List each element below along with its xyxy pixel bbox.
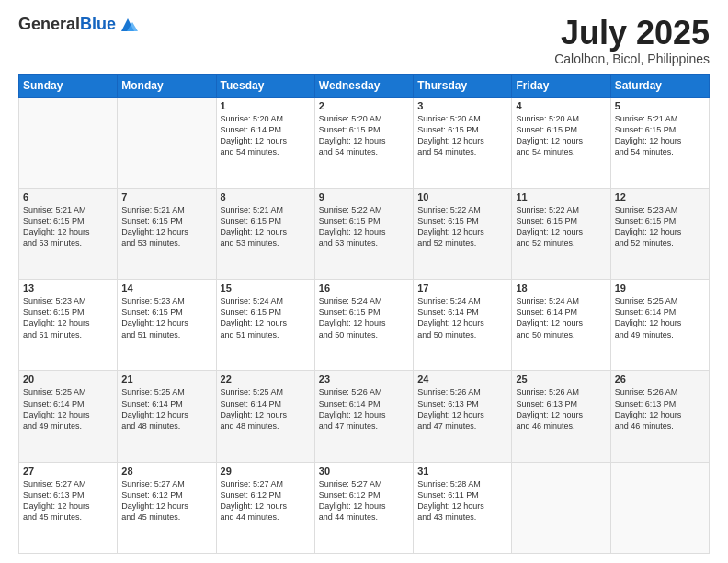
calendar-day-cell: 2Sunrise: 5:20 AMSunset: 6:15 PMDaylight…	[314, 97, 413, 188]
title-block: July 2025 Calolbon, Bicol, Philippines	[554, 15, 710, 66]
calendar-header-row: SundayMondayTuesdayWednesdayThursdayFrid…	[19, 74, 710, 97]
logo-general: General	[18, 15, 80, 33]
calendar-day-cell: 28Sunrise: 5:27 AMSunset: 6:12 PMDayligh…	[118, 462, 216, 553]
calendar-day-cell: 7Sunrise: 5:21 AMSunset: 6:15 PMDaylight…	[118, 188, 216, 279]
calendar-day-cell: 19Sunrise: 5:25 AMSunset: 6:14 PMDayligh…	[610, 280, 709, 371]
day-info: Sunrise: 5:25 AMSunset: 6:14 PMDaylight:…	[121, 386, 211, 431]
day-number: 21	[121, 373, 211, 385]
day-number: 5	[615, 100, 705, 111]
day-number: 13	[23, 282, 113, 293]
day-number: 10	[417, 191, 507, 202]
day-number: 17	[417, 282, 507, 293]
day-number: 22	[221, 373, 311, 385]
day-info: Sunrise: 5:26 AMSunset: 6:13 PMDaylight:…	[615, 386, 705, 431]
day-number: 16	[319, 282, 409, 293]
day-info: Sunrise: 5:26 AMSunset: 6:13 PMDaylight:…	[516, 386, 606, 431]
calendar-day-cell: 25Sunrise: 5:26 AMSunset: 6:13 PMDayligh…	[512, 371, 610, 462]
calendar-day-header: Thursday	[414, 74, 512, 97]
day-info: Sunrise: 5:26 AMSunset: 6:14 PMDaylight:…	[319, 386, 409, 431]
calendar-day-header: Wednesday	[314, 74, 413, 97]
day-info: Sunrise: 5:23 AMSunset: 6:15 PMDaylight:…	[121, 295, 211, 340]
day-info: Sunrise: 5:20 AMSunset: 6:15 PMDaylight:…	[516, 113, 606, 158]
day-info: Sunrise: 5:23 AMSunset: 6:15 PMDaylight:…	[23, 295, 113, 340]
calendar-day-cell: 13Sunrise: 5:23 AMSunset: 6:15 PMDayligh…	[19, 280, 118, 371]
calendar-week-row: 27Sunrise: 5:27 AMSunset: 6:13 PMDayligh…	[19, 462, 710, 553]
day-number: 14	[121, 282, 211, 293]
day-number: 23	[319, 373, 409, 385]
calendar-day-header: Tuesday	[216, 74, 314, 97]
logo-icon	[118, 15, 138, 35]
calendar-day-cell: 30Sunrise: 5:27 AMSunset: 6:12 PMDayligh…	[314, 462, 413, 553]
day-number: 30	[319, 465, 409, 477]
day-info: Sunrise: 5:24 AMSunset: 6:14 PMDaylight:…	[417, 295, 507, 340]
calendar-day-cell: 3Sunrise: 5:20 AMSunset: 6:15 PMDaylight…	[414, 97, 512, 188]
calendar-day-cell: 1Sunrise: 5:20 AMSunset: 6:14 PMDaylight…	[216, 97, 314, 188]
day-number: 19	[615, 282, 705, 293]
calendar-day-cell: 26Sunrise: 5:26 AMSunset: 6:13 PMDayligh…	[610, 371, 709, 462]
day-info: Sunrise: 5:24 AMSunset: 6:15 PMDaylight:…	[319, 295, 409, 340]
calendar-day-cell	[610, 462, 709, 553]
location: Calolbon, Bicol, Philippines	[554, 52, 710, 66]
calendar-table: SundayMondayTuesdayWednesdayThursdayFrid…	[18, 74, 710, 554]
day-number: 4	[516, 100, 606, 111]
day-number: 8	[221, 191, 311, 202]
calendar-day-cell: 21Sunrise: 5:25 AMSunset: 6:14 PMDayligh…	[118, 371, 216, 462]
logo-blue: Blue	[80, 15, 116, 33]
day-number: 20	[23, 373, 113, 385]
day-info: Sunrise: 5:22 AMSunset: 6:15 PMDaylight:…	[516, 204, 606, 249]
calendar-week-row: 20Sunrise: 5:25 AMSunset: 6:14 PMDayligh…	[19, 371, 710, 462]
calendar-week-row: 6Sunrise: 5:21 AMSunset: 6:15 PMDaylight…	[19, 188, 710, 279]
day-number: 26	[615, 373, 705, 385]
calendar-day-cell: 24Sunrise: 5:26 AMSunset: 6:13 PMDayligh…	[414, 371, 512, 462]
day-info: Sunrise: 5:21 AMSunset: 6:15 PMDaylight:…	[121, 204, 211, 249]
calendar-day-cell: 8Sunrise: 5:21 AMSunset: 6:15 PMDaylight…	[216, 188, 314, 279]
calendar-day-cell: 20Sunrise: 5:25 AMSunset: 6:14 PMDayligh…	[19, 371, 118, 462]
calendar-day-cell: 23Sunrise: 5:26 AMSunset: 6:14 PMDayligh…	[314, 371, 413, 462]
calendar-day-header: Sunday	[19, 74, 118, 97]
day-number: 15	[221, 282, 311, 293]
day-info: Sunrise: 5:20 AMSunset: 6:15 PMDaylight:…	[417, 113, 507, 158]
day-number: 7	[121, 191, 211, 202]
calendar-day-cell	[19, 97, 118, 188]
day-number: 9	[319, 191, 409, 202]
calendar-day-cell: 22Sunrise: 5:25 AMSunset: 6:14 PMDayligh…	[216, 371, 314, 462]
day-number: 27	[23, 465, 113, 477]
day-info: Sunrise: 5:20 AMSunset: 6:15 PMDaylight:…	[319, 113, 409, 158]
day-number: 11	[516, 191, 606, 202]
calendar-day-cell: 5Sunrise: 5:21 AMSunset: 6:15 PMDaylight…	[610, 97, 709, 188]
calendar-day-cell	[512, 462, 610, 553]
page: GeneralBlue July 2025 Calolbon, Bicol, P…	[0, 0, 728, 563]
day-number: 24	[417, 373, 507, 385]
day-info: Sunrise: 5:27 AMSunset: 6:12 PMDaylight:…	[121, 478, 211, 523]
month-title: July 2025	[554, 15, 710, 52]
header: GeneralBlue July 2025 Calolbon, Bicol, P…	[18, 15, 710, 66]
day-info: Sunrise: 5:25 AMSunset: 6:14 PMDaylight:…	[23, 386, 113, 431]
calendar-day-cell: 29Sunrise: 5:27 AMSunset: 6:12 PMDayligh…	[216, 462, 314, 553]
calendar-day-cell: 9Sunrise: 5:22 AMSunset: 6:15 PMDaylight…	[314, 188, 413, 279]
day-info: Sunrise: 5:27 AMSunset: 6:13 PMDaylight:…	[23, 478, 113, 523]
day-number: 2	[319, 100, 409, 111]
calendar-day-cell: 12Sunrise: 5:23 AMSunset: 6:15 PMDayligh…	[610, 188, 709, 279]
day-info: Sunrise: 5:21 AMSunset: 6:15 PMDaylight:…	[221, 204, 311, 249]
day-info: Sunrise: 5:24 AMSunset: 6:14 PMDaylight:…	[516, 295, 606, 340]
day-info: Sunrise: 5:22 AMSunset: 6:15 PMDaylight:…	[319, 204, 409, 249]
day-info: Sunrise: 5:23 AMSunset: 6:15 PMDaylight:…	[615, 204, 705, 249]
day-number: 29	[221, 465, 311, 477]
day-number: 6	[23, 191, 113, 202]
calendar-day-header: Friday	[512, 74, 610, 97]
day-info: Sunrise: 5:27 AMSunset: 6:12 PMDaylight:…	[221, 478, 311, 523]
calendar-day-cell: 18Sunrise: 5:24 AMSunset: 6:14 PMDayligh…	[512, 280, 610, 371]
calendar-week-row: 1Sunrise: 5:20 AMSunset: 6:14 PMDaylight…	[19, 97, 710, 188]
day-number: 12	[615, 191, 705, 202]
calendar-day-cell: 4Sunrise: 5:20 AMSunset: 6:15 PMDaylight…	[512, 97, 610, 188]
day-info: Sunrise: 5:26 AMSunset: 6:13 PMDaylight:…	[417, 386, 507, 431]
logo-text: GeneralBlue	[18, 16, 116, 34]
day-number: 25	[516, 373, 606, 385]
day-number: 28	[121, 465, 211, 477]
day-info: Sunrise: 5:25 AMSunset: 6:14 PMDaylight:…	[221, 386, 311, 431]
day-number: 3	[417, 100, 507, 111]
day-info: Sunrise: 5:27 AMSunset: 6:12 PMDaylight:…	[319, 478, 409, 523]
day-number: 18	[516, 282, 606, 293]
day-number: 31	[417, 465, 507, 477]
logo: GeneralBlue	[18, 15, 138, 35]
